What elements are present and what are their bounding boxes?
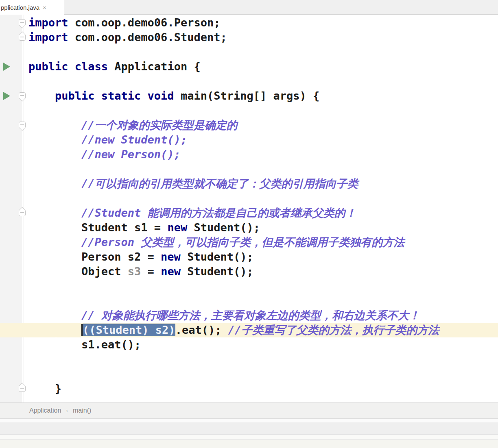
code-line[interactable]: // 对象能执行哪些方法，主要看对象左边的类型，和右边关系不大！	[28, 308, 439, 323]
code-keyword: public static void	[55, 89, 174, 102]
fold-marker-icon[interactable]	[19, 209, 26, 216]
code-text	[28, 324, 81, 336]
code-comment: //子类重写了父类的方法，执行子类的方法	[228, 324, 439, 336]
code-comment: //可以指向的引用类型就不确定了：父类的引用指向子类	[81, 177, 358, 190]
code-comment: //new Person();	[81, 148, 181, 161]
code-keyword: public class	[28, 60, 108, 73]
bottom-strip	[0, 439, 498, 448]
code-line[interactable]: //一个对象的实际类型是确定的	[28, 118, 439, 133]
code-line[interactable]: Student s1 = new Student();	[28, 220, 439, 235]
code-line[interactable]: Object s3 = new Student();	[28, 264, 439, 279]
run-button[interactable]	[3, 92, 10, 100]
code-line[interactable]: s1.eat();	[28, 337, 439, 352]
code-text: com.oop.demo06.Person;	[68, 16, 221, 29]
code-text: =	[141, 265, 161, 278]
code-text: Student();	[181, 265, 253, 278]
code-text	[28, 119, 81, 131]
code-line[interactable]: //Person 父类型，可以指向子类，但是不能调用子类独有的方法	[28, 235, 439, 250]
code-line[interactable]	[28, 45, 439, 59]
code-text	[28, 236, 81, 248]
tab-application-java[interactable]: pplication.java ×	[0, 0, 64, 15]
code-text: com.oop.demo06.Student;	[68, 31, 227, 43]
code-text: .eat();	[175, 324, 228, 336]
code-keyword: new	[161, 250, 181, 263]
code-comment: //一个对象的实际类型是确定的	[81, 119, 238, 131]
code-line[interactable]	[28, 352, 439, 367]
code-comment: //Person 父类型，可以指向子类，但是不能调用子类独有的方法	[81, 236, 404, 248]
code-line[interactable]: //可以指向的引用类型就不确定了：父类的引用指向子类	[28, 176, 439, 191]
code-line[interactable]: public class Application {	[28, 59, 439, 74]
editor-tab-bar: pplication.java ×	[0, 0, 498, 15]
code-unused-var: s3	[128, 265, 141, 278]
breadcrumb-method[interactable]: main()	[73, 407, 91, 414]
code-text: Student s1 =	[28, 221, 167, 234]
code-line[interactable]	[28, 191, 439, 206]
code-line[interactable]: public static void main(String[] args) {	[28, 89, 439, 103]
code-comment: //new Student();	[81, 133, 187, 146]
code-line[interactable]	[28, 279, 439, 294]
code-text: Student();	[187, 221, 260, 234]
code-text: Person s2 =	[28, 250, 161, 263]
fold-marker-icon[interactable]	[19, 385, 26, 392]
status-strip-gap	[0, 419, 498, 422]
code-text: s1.eat();	[28, 338, 141, 351]
code-line[interactable]	[28, 294, 439, 308]
code-line[interactable]: //new Person();	[28, 147, 439, 162]
code-line[interactable]: //new Student();	[28, 133, 439, 147]
status-strip	[0, 422, 498, 435]
code-text: Student();	[181, 250, 253, 263]
code-text	[28, 177, 81, 190]
code-text	[28, 207, 81, 219]
tab-title: pplication.java	[1, 4, 39, 11]
code-comment: //Student 能调用的方法都是自己的或者继承父类的！	[81, 207, 356, 219]
close-icon[interactable]: ×	[43, 4, 46, 11]
breadcrumb-class[interactable]: Application	[29, 407, 61, 414]
selected-text: ((Student) s2)	[83, 324, 175, 336]
code-line[interactable]: }	[28, 381, 439, 396]
code-line[interactable]: Person s2 = new Student();	[28, 250, 439, 264]
code-line[interactable]	[28, 74, 439, 89]
fold-marker-icon[interactable]	[19, 34, 26, 41]
code-area[interactable]: import com.oop.demo06.Person;import com.…	[28, 15, 439, 396]
code-keyword: new	[167, 221, 187, 234]
chevron-right-icon: ›	[66, 407, 68, 414]
code-line[interactable]: //Student 能调用的方法都是自己的或者继承父类的！	[28, 206, 439, 220]
breadcrumb: Application › main()	[0, 402, 498, 419]
code-text	[28, 309, 81, 322]
code-line[interactable]	[28, 162, 439, 176]
code-keyword: new	[161, 265, 181, 278]
code-text	[28, 133, 81, 146]
code-line[interactable]: ((Student) s2).eat(); //子类重写了父类的方法，执行子类的…	[28, 323, 439, 337]
code-editor[interactable]: import com.oop.demo06.Person;import com.…	[0, 15, 498, 402]
fold-marker-icon[interactable]	[19, 92, 26, 99]
code-text: Object	[28, 265, 128, 278]
code-line[interactable]: import com.oop.demo06.Person;	[28, 15, 439, 30]
code-keyword: import	[28, 31, 68, 43]
fold-marker-icon[interactable]	[19, 122, 26, 128]
code-text: main(String[] args) {	[174, 89, 320, 102]
editor-gutter[interactable]	[0, 15, 22, 402]
status-strip-gap-2	[0, 435, 498, 439]
code-keyword: import	[28, 16, 68, 29]
code-text: }	[28, 382, 61, 395]
ide-window: pplication.java × import com.oop.demo06.…	[0, 0, 498, 448]
code-text	[28, 148, 81, 161]
code-text	[28, 89, 55, 102]
code-line[interactable]: import com.oop.demo06.Student;	[28, 30, 439, 45]
run-button[interactable]	[3, 63, 10, 71]
code-line[interactable]	[28, 103, 439, 118]
code-line[interactable]	[28, 367, 439, 381]
fold-marker-icon[interactable]	[19, 19, 26, 26]
code-comment: // 对象能执行哪些方法，主要看对象左边的类型，和右边关系不大！	[81, 309, 420, 322]
text-caret	[81, 324, 83, 336]
code-text: Application {	[108, 60, 201, 73]
